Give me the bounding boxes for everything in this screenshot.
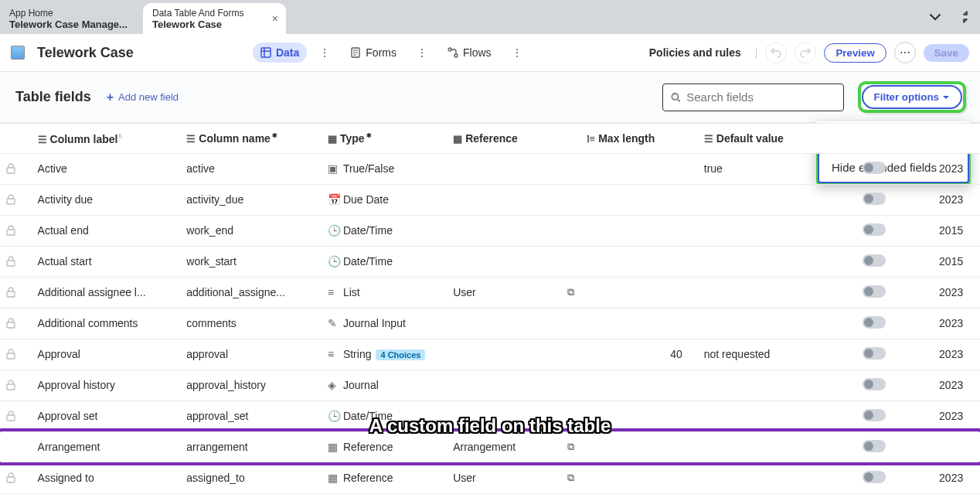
table-row[interactable]: Actual end work_end 🕒Date/Time 2015 <box>0 215 980 246</box>
column-header-label[interactable]: ☰Column label <box>32 124 181 154</box>
cell-label: Assigned to <box>32 462 181 493</box>
cell-type: ▣True/False <box>322 153 447 184</box>
mode-switcher: Data ⋮ Forms ⋮ Flows ⋮ <box>253 43 524 63</box>
cell-name: approval <box>180 339 322 370</box>
cell-toggle[interactable] <box>815 339 933 370</box>
toggle-switch[interactable] <box>863 409 886 421</box>
external-link-icon[interactable]: ⧉ <box>567 472 574 484</box>
cell-type: ▦Reference <box>322 462 447 493</box>
chevron-down-icon[interactable] <box>927 9 943 25</box>
flows-mode-more-icon[interactable]: ⋮ <box>510 46 524 59</box>
cell-reference <box>447 215 580 246</box>
cell-name: approval_history <box>180 370 322 400</box>
svg-rect-19 <box>7 415 15 421</box>
cell-label: Approval <box>32 339 181 370</box>
forms-mode-more-icon[interactable]: ⋮ <box>415 46 429 59</box>
toggle-switch[interactable] <box>863 440 886 452</box>
search-input[interactable] <box>686 90 835 104</box>
tab-data-table-forms[interactable]: Data Table And Forms Telework Case × <box>143 3 286 34</box>
cell-label: Activity due <box>32 184 181 215</box>
column-header-reference[interactable]: ▦Reference <box>447 124 580 154</box>
column-header-type[interactable]: ▦Type <box>322 124 447 154</box>
close-icon[interactable]: × <box>272 12 278 25</box>
table-row[interactable]: Activity due activity_due 📅Due Date 2023 <box>0 184 980 215</box>
cell-default: true <box>698 153 815 184</box>
table-row[interactable]: Assigned to assigned_to ▦Reference User⧉… <box>0 462 980 493</box>
data-mode-more-icon[interactable]: ⋮ <box>318 46 332 59</box>
external-link-icon[interactable]: ⧉ <box>567 286 574 298</box>
preview-button[interactable]: Preview <box>824 43 886 63</box>
toggle-switch[interactable] <box>863 285 886 298</box>
cell-toggle[interactable] <box>815 308 933 339</box>
cell-year: 2023 <box>933 153 980 184</box>
collapse-icon[interactable] <box>958 10 972 24</box>
cell-label: Actual end <box>32 215 181 246</box>
svg-line-10 <box>678 99 680 101</box>
add-new-field-button[interactable]: Add new field <box>107 90 179 104</box>
tab-title: App Home <box>9 8 134 19</box>
cell-toggle[interactable] <box>815 400 933 431</box>
policies-rules-link[interactable]: Policies and rules <box>643 43 747 62</box>
lock-icon <box>0 308 32 339</box>
cell-reference <box>447 339 580 370</box>
cell-year: 2023 <box>933 370 980 400</box>
toggle-switch[interactable] <box>863 316 886 329</box>
cell-maxlen: 40 <box>580 339 698 370</box>
cell-toggle[interactable] <box>815 431 933 462</box>
svg-rect-17 <box>7 353 15 359</box>
toggle-switch[interactable] <box>863 223 886 236</box>
table-row[interactable]: Additional assignee l... additional_assi… <box>0 277 980 308</box>
lock-icon <box>0 462 32 493</box>
table-row[interactable]: Approval approval ≡String4 Choices 40 no… <box>0 339 980 370</box>
cell-toggle[interactable] <box>815 153 933 184</box>
data-mode-button[interactable]: Data <box>253 43 307 63</box>
cell-default <box>698 246 815 277</box>
more-actions-button[interactable]: ⋯ <box>894 42 916 63</box>
cell-maxlen <box>580 462 698 493</box>
cell-toggle[interactable] <box>815 277 933 308</box>
svg-rect-13 <box>7 230 15 235</box>
toggle-switch[interactable] <box>863 193 886 205</box>
tab-app-home[interactable]: App Home Telework Case Manage... <box>0 3 143 34</box>
filter-options-button[interactable]: Filter options <box>862 85 962 109</box>
table-icon <box>11 46 25 60</box>
column-header-name[interactable]: ☰Column name <box>180 124 322 154</box>
cell-year: 2015 <box>933 215 980 246</box>
external-link-icon[interactable]: ⧉ <box>567 441 574 453</box>
toggle-switch[interactable] <box>863 347 886 360</box>
cell-name: work_end <box>180 215 322 246</box>
cell-maxlen <box>580 215 698 246</box>
plus-icon <box>107 90 114 104</box>
table-row[interactable]: Active active ▣True/False true 2023 <box>0 153 980 184</box>
cell-toggle[interactable] <box>815 370 933 400</box>
toggle-switch[interactable] <box>863 254 886 267</box>
lock-icon <box>0 339 32 370</box>
flows-mode-button[interactable]: Flows <box>440 43 499 63</box>
lock-icon <box>0 215 32 246</box>
fields-table: ☰Column label ☰Column name ▦Type ▦Refere… <box>0 123 980 494</box>
lock-icon <box>0 184 32 215</box>
forms-mode-button[interactable]: Forms <box>342 43 404 63</box>
table-row[interactable]: Additional comments comments ✎Journal In… <box>0 308 980 339</box>
column-header-default[interactable]: ☰Default value <box>698 124 815 154</box>
cell-toggle[interactable] <box>815 462 933 493</box>
cell-toggle[interactable] <box>815 184 933 215</box>
toggle-switch[interactable] <box>863 471 886 483</box>
cell-toggle[interactable] <box>815 215 933 246</box>
table-row[interactable]: Approval history approval_history ◈Journ… <box>0 370 980 400</box>
toggle-switch[interactable] <box>863 162 886 174</box>
save-button: Save <box>924 44 969 62</box>
tab-subtitle: Telework Case <box>152 19 277 30</box>
cell-maxlen <box>580 184 698 215</box>
column-header-maxlen[interactable]: ⁞≡Max length <box>580 124 698 154</box>
cell-year: 2023 <box>933 184 980 215</box>
table-row[interactable]: Actual start work_start 🕒Date/Time 2015 <box>0 246 980 277</box>
cell-default <box>698 400 815 431</box>
cell-toggle[interactable] <box>815 246 933 277</box>
toggle-switch[interactable] <box>863 378 886 390</box>
page-title: Telework Case <box>37 45 134 61</box>
search-fields-input[interactable] <box>662 84 844 111</box>
lock-icon <box>0 153 32 184</box>
cell-type: 🕒Date/Time <box>322 215 447 246</box>
tab-subtitle: Telework Case Manage... <box>9 19 134 30</box>
